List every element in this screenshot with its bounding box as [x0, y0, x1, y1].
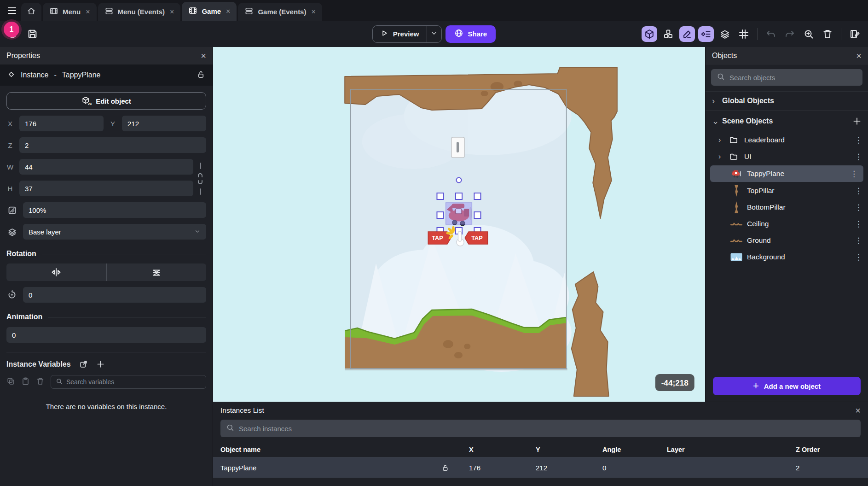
- add-variable-icon[interactable]: [96, 360, 105, 369]
- close-icon[interactable]: ×: [226, 7, 230, 16]
- tappy-plane-instance[interactable]: [446, 203, 472, 226]
- events-icon: [244, 6, 254, 17]
- layers-button[interactable]: [717, 26, 733, 42]
- scene-canvas[interactable]: TAP TAP: [213, 47, 705, 402]
- lock-open-icon[interactable]: [441, 464, 469, 472]
- edit-object-button[interactable]: 2D Edit object: [6, 92, 206, 110]
- search-objects-input[interactable]: [729, 74, 857, 82]
- scene-notes-button[interactable]: [847, 26, 862, 42]
- instances-search-wrap: [213, 419, 868, 442]
- tab-game-events[interactable]: Game (Events) ×: [238, 3, 322, 21]
- trash-icon[interactable]: [36, 377, 45, 387]
- table-row[interactable]: TappyPlane 176 212 0 2: [213, 457, 868, 478]
- object-label: Ceiling: [747, 220, 769, 228]
- kebab-menu-icon[interactable]: ⋮: [855, 219, 868, 229]
- zoom-in-button[interactable]: [801, 26, 816, 42]
- kebab-menu-icon[interactable]: ⋮: [855, 152, 868, 162]
- kebab-menu-icon[interactable]: ⋮: [855, 236, 868, 246]
- column-x[interactable]: X: [469, 446, 536, 453]
- column-z-order[interactable]: Z Order: [796, 446, 861, 453]
- y-field[interactable]: [122, 116, 206, 131]
- objects-search-wrap: [706, 64, 868, 91]
- row-y: 212: [536, 464, 602, 472]
- object-item-tappyplane[interactable]: TappyPlane ⋮: [710, 165, 863, 182]
- global-objects-row[interactable]: › Global Objects: [706, 91, 868, 111]
- tab-game-scene[interactable]: Game ×: [182, 2, 237, 21]
- close-icon[interactable]: ×: [856, 51, 862, 60]
- y-label: Y: [109, 120, 116, 128]
- close-icon[interactable]: ×: [86, 8, 90, 16]
- toolbar-divider: [841, 28, 841, 40]
- objects-blocks-button[interactable]: [660, 26, 676, 42]
- kebab-menu-icon[interactable]: ⋮: [855, 186, 868, 196]
- object-folder-leaderboard[interactable]: › Leaderboard ⋮: [706, 132, 868, 148]
- scene-objects-row[interactable]: ⌄ Scene Objects: [706, 111, 868, 132]
- kebab-menu-icon[interactable]: ⋮: [855, 203, 868, 212]
- search-variables-input[interactable]: [66, 378, 201, 386]
- close-icon[interactable]: ×: [170, 8, 174, 16]
- z-field[interactable]: [19, 137, 206, 153]
- object-item-ground[interactable]: Ground ⋮: [706, 232, 868, 249]
- instance-name: TappyPlane: [62, 71, 101, 79]
- chevron-down-icon: ⌄: [712, 116, 718, 126]
- scene-editor-svg[interactable]: TAP TAP: [213, 47, 705, 402]
- tab-label: Game: [202, 7, 221, 15]
- object-item-toppillar[interactable]: TopPillar ⋮: [706, 182, 868, 199]
- redo-button[interactable]: [782, 26, 798, 42]
- rotation-field[interactable]: [23, 287, 206, 303]
- lock-open-icon[interactable]: [197, 70, 205, 81]
- delete-button[interactable]: [820, 26, 835, 42]
- undo-button[interactable]: [763, 26, 779, 42]
- preview-button[interactable]: Preview: [372, 25, 442, 43]
- edit-mode-button[interactable]: [679, 26, 695, 42]
- add-object-icon[interactable]: [852, 117, 862, 126]
- instance-variables-title: Instance Variables: [6, 360, 71, 369]
- sync-button[interactable]: 1: [6, 28, 18, 40]
- layer-select[interactable]: Base layer: [23, 224, 206, 240]
- save-button[interactable]: [27, 28, 38, 40]
- toggle-3d-view-button[interactable]: [642, 26, 657, 42]
- tab-label: Menu (Events): [118, 8, 165, 16]
- main-menu-icon[interactable]: [3, 1, 21, 20]
- link-aspect-ratio-toggle[interactable]: [195, 162, 205, 195]
- kebab-menu-icon[interactable]: ⋮: [855, 252, 868, 262]
- instance-properties-button[interactable]: [698, 26, 714, 42]
- tab-home[interactable]: [21, 3, 41, 21]
- x-field[interactable]: [19, 116, 104, 131]
- height-field[interactable]: [19, 181, 193, 196]
- paste-icon[interactable]: [21, 377, 30, 387]
- kebab-menu-icon[interactable]: ⋮: [855, 135, 868, 145]
- opacity-field[interactable]: [23, 202, 206, 218]
- column-object-name[interactable]: Object name: [220, 446, 469, 453]
- width-field[interactable]: [19, 159, 193, 175]
- z-label: Z: [6, 141, 14, 149]
- grid-button[interactable]: [736, 26, 752, 42]
- object-label: BottomPillar: [747, 203, 786, 211]
- object-item-background[interactable]: Background ⋮: [706, 249, 868, 265]
- flip-vertical-button[interactable]: [107, 263, 207, 281]
- object-item-ceiling[interactable]: Ceiling ⋮: [706, 216, 868, 232]
- close-icon[interactable]: ×: [855, 406, 861, 415]
- object-item-bottompillar[interactable]: BottomPillar ⋮: [706, 199, 868, 216]
- share-button[interactable]: Share: [446, 25, 496, 43]
- column-layer[interactable]: Layer: [667, 446, 796, 453]
- preview-label: Preview: [393, 30, 419, 38]
- add-new-object-button[interactable]: + Add a new object: [713, 377, 861, 395]
- kebab-menu-icon[interactable]: ⋮: [850, 169, 863, 179]
- object-folder-ui[interactable]: › UI ⋮: [706, 148, 868, 165]
- copy-icon[interactable]: [6, 377, 15, 387]
- flip-horizontal-button[interactable]: [6, 263, 107, 281]
- tab-menu-scene[interactable]: Menu ×: [43, 3, 97, 21]
- preview-dropdown-button[interactable]: [427, 26, 441, 42]
- column-y[interactable]: Y: [536, 446, 602, 453]
- column-angle[interactable]: Angle: [602, 446, 667, 453]
- close-icon[interactable]: ×: [201, 51, 206, 60]
- preview-button-main[interactable]: Preview: [373, 26, 427, 42]
- chevron-right-icon: ›: [718, 136, 723, 144]
- search-instances-input[interactable]: [239, 425, 855, 433]
- animation-field[interactable]: [6, 327, 206, 343]
- open-variables-dialog-icon[interactable]: [79, 360, 88, 369]
- tab-menu-events[interactable]: Menu (Events) ×: [98, 3, 181, 21]
- rotate-handle[interactable]: [456, 178, 461, 183]
- close-icon[interactable]: ×: [311, 8, 315, 16]
